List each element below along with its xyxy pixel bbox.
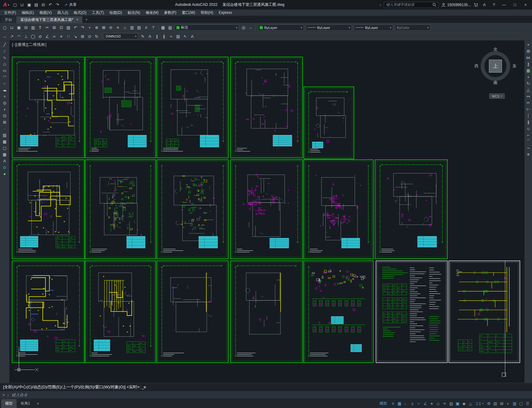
cut-icon[interactable]: ✂ <box>44 24 51 31</box>
ellipse-arc-icon[interactable]: ◖ <box>1 106 8 113</box>
layer-states-icon[interactable]: ▧ <box>167 24 174 31</box>
insert-block-icon[interactable]: ⊡ <box>1 113 8 119</box>
drawing-canvas[interactable] <box>10 41 524 383</box>
qnew-icon[interactable]: ▢ <box>12 2 18 8</box>
multileader-icon[interactable]: ↘ <box>72 33 79 40</box>
command-close-icon[interactable]: × <box>2 393 5 397</box>
viewcube[interactable]: 北 南 西 东 上 <box>477 48 514 85</box>
tool-palettes-icon[interactable]: ▥ <box>128 24 136 31</box>
dim-override-icon[interactable]: ≈ <box>167 33 175 40</box>
ortho-icon[interactable]: ⌐ <box>416 400 422 407</box>
new-layout-button[interactable]: + <box>34 399 42 408</box>
plot-icon[interactable]: ⊟ <box>40 2 47 8</box>
explode-icon[interactable]: ✳ <box>525 151 532 158</box>
erase-icon[interactable]: × <box>525 42 532 48</box>
multiline-text-icon[interactable]: A <box>1 158 8 164</box>
drawing-area[interactable]: [-][俯视][二维线框] 北 南 西 东 上 WCS ▾ <box>10 41 524 383</box>
properties-icon[interactable]: ≡ <box>114 24 121 31</box>
dim-style-manager-icon[interactable]: ▤ <box>175 33 182 40</box>
graphics-performance-icon[interactable]: ▥ <box>511 400 518 407</box>
undo-icon[interactable]: ↶ <box>47 2 54 8</box>
fillet-icon[interactable]: ⌒ <box>525 138 532 145</box>
color-dots-icon[interactable]: ● <box>1 171 8 177</box>
arc-icon[interactable]: ◠ <box>1 74 8 80</box>
open-icon[interactable]: ⊔ <box>19 2 26 8</box>
scale-icon[interactable]: △ <box>525 87 532 93</box>
break-icon[interactable]: ∦ <box>525 119 532 125</box>
rotate-icon[interactable]: ↻ <box>525 80 532 87</box>
blend-icon[interactable]: ∼ <box>525 145 532 151</box>
copy-icon[interactable]: ⊞ <box>525 48 532 54</box>
layer-properties-icon[interactable]: ▦ <box>160 24 167 31</box>
menu-insert[interactable]: 插入(I) <box>54 10 71 16</box>
dim-arc-length-icon[interactable]: ◠ <box>15 33 22 40</box>
plot-preview-icon[interactable]: ▥ <box>30 24 37 31</box>
hatch-icon[interactable]: ▨ <box>1 132 8 138</box>
redo-icon[interactable]: ↷ <box>54 2 61 8</box>
menu-edit[interactable]: 编辑(E) <box>19 10 37 16</box>
extend-icon[interactable]: ⊢ <box>525 106 532 113</box>
spline-icon[interactable]: ≈ <box>1 93 8 100</box>
tolerance-icon[interactable]: ⊞ <box>79 33 86 40</box>
pan-icon[interactable]: + <box>86 24 93 31</box>
tab-drawing[interactable]: 某综合楼地下室三层通风施工图* × <box>16 16 82 23</box>
dim-break-icon[interactable]: ∦ <box>160 33 167 40</box>
command-input[interactable]: 键入命令 <box>12 392 28 398</box>
dim-baseline-icon[interactable]: ≡ <box>58 33 65 40</box>
open-icon[interactable]: ⊔ <box>8 24 15 31</box>
text-style-icon[interactable]: A <box>189 33 196 40</box>
transparency-icon[interactable]: ▨ <box>448 400 454 407</box>
layer-combo[interactable]: 标注 ▾ <box>175 25 239 31</box>
viewcube-west[interactable]: 西 <box>475 63 479 69</box>
ellipse-icon[interactable]: ◎ <box>1 100 8 106</box>
break-at-point-icon[interactable]: ┆ <box>525 113 532 119</box>
menu-express[interactable]: Express <box>216 10 235 16</box>
polyline-icon[interactable]: ∿ <box>1 54 8 61</box>
tab-close-icon[interactable]: × <box>76 18 78 22</box>
isolate-objects-icon[interactable]: ◐ <box>505 400 511 407</box>
dimension-style-combo[interactable]: DIMN150 ▾ <box>104 33 138 39</box>
dim-diameter-icon[interactable]: ⊘ <box>37 33 44 40</box>
sheet-set-icon[interactable]: ▤ <box>136 24 143 31</box>
chamfer-icon[interactable]: ⌐ <box>525 132 532 138</box>
offset-icon[interactable]: ∥ <box>525 61 532 67</box>
quick-properties-icon[interactable]: ▤ <box>492 400 499 407</box>
color-combo[interactable]: ByLayer ▾ <box>258 25 304 31</box>
new-tab-button[interactable]: + <box>83 16 90 23</box>
snap-mode-icon[interactable]: ▦ <box>396 400 403 407</box>
lock-ui-icon[interactable]: ⊠ <box>499 400 505 407</box>
clean-screen-icon[interactable]: ▢ <box>518 400 524 407</box>
dim-edit-icon[interactable]: ✎ <box>139 33 146 40</box>
plot-style-combo[interactable]: ByColor ▾ <box>395 25 431 31</box>
model-tab[interactable]: 模型 <box>1 399 17 408</box>
infer-constraints-icon[interactable]: ∟ <box>403 400 409 407</box>
undo-icon[interactable]: ↶ <box>72 24 79 31</box>
wcs-menu[interactable]: WCS ▾ <box>489 93 505 99</box>
grid-icon[interactable]: # <box>390 400 396 407</box>
dynamic-input-icon[interactable]: ± <box>409 400 416 407</box>
copy-icon[interactable]: ⊞ <box>51 24 58 31</box>
designcenter-icon[interactable]: ⌂ <box>121 24 128 31</box>
tab-start[interactable]: 开始 <box>1 16 16 23</box>
gradient-icon[interactable]: ▩ <box>1 138 8 145</box>
workspace-gear-icon[interactable]: ⚙ <box>486 400 492 407</box>
app-menu-button[interactable]: A ▾ <box>1 2 11 7</box>
mirror-icon[interactable]: ⋈ <box>525 54 532 61</box>
join-icon[interactable]: ∪ <box>525 125 532 132</box>
dim-continue-icon[interactable]: ∷ <box>65 33 72 40</box>
table-icon[interactable]: ▦ <box>1 151 8 158</box>
revision-cloud-icon[interactable]: ☁ <box>1 87 8 93</box>
paste-icon[interactable]: ⊡ <box>58 24 65 31</box>
object-snap-icon[interactable]: ◇ <box>435 400 441 407</box>
share-button[interactable]: ↗ 共享 <box>61 2 80 7</box>
plot-icon[interactable]: ⊟ <box>22 24 30 31</box>
close-button[interactable]: × <box>522 1 530 9</box>
stretch-icon[interactable]: ↦ <box>525 93 532 100</box>
circle-icon[interactable]: ○ <box>1 80 8 87</box>
annotation-scale-button[interactable]: 1:1 ▾ <box>474 402 485 406</box>
search-input[interactable]: 键入关键字或短语 <box>384 2 439 8</box>
point-style-icon[interactable]: ⊙ <box>1 164 8 171</box>
dim-angular-icon[interactable]: ∠ <box>44 33 51 40</box>
dim-text-edit-icon[interactable]: A <box>146 33 153 40</box>
redo-icon[interactable]: ↷ <box>79 24 86 31</box>
